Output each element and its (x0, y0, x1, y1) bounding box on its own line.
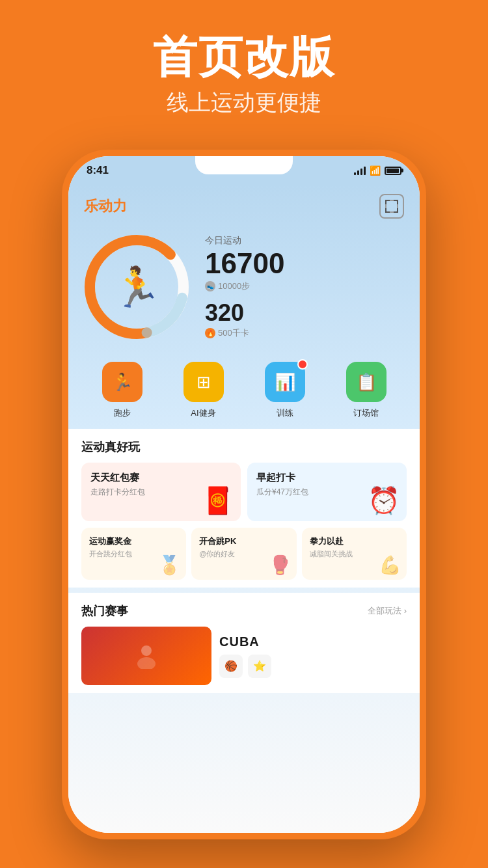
hot-event-actions: 🏀 ⭐ (219, 655, 271, 678)
activity-card-morning[interactable]: 早起打卡 瓜分¥47万红包 ⏰ (247, 463, 407, 521)
steps-icon: 👟 (205, 281, 215, 292)
action-training[interactable]: 📊 训练 (265, 362, 305, 419)
wifi-icon: 📶 (370, 165, 381, 176)
app-logo: 乐动力 (84, 197, 127, 216)
phone-outer-frame: 8:41 📶 乐动力 (62, 150, 426, 839)
ai-fitness-icon: ⊞ (183, 362, 224, 402)
hot-event-action-2[interactable]: ⭐ (248, 655, 271, 678)
action-venue[interactable]: 📋 订场馆 (346, 362, 386, 419)
ring-figure: 🏃 (113, 264, 161, 310)
steps-count: 16700 (205, 249, 407, 278)
activity-ring: 🏃 (81, 232, 192, 342)
hot-title: 热门赛事 (81, 603, 128, 619)
card-icon-1: 🧧 (202, 485, 234, 516)
page-subtitle: 线上运动更便捷 (0, 88, 488, 118)
battery-icon (385, 167, 401, 175)
action-ai-fitness[interactable]: ⊞ AI健身 (183, 362, 224, 419)
small-card-icon-3: 💪 (379, 554, 401, 576)
venue-icon: 📋 (346, 362, 386, 402)
calories-goal: 🔥 500千卡 (205, 327, 407, 339)
scan-button[interactable] (379, 194, 404, 219)
hot-event-info: CUBA 🏀 ⭐ (219, 634, 271, 678)
action-running[interactable]: 🏃 跑步 (102, 362, 142, 419)
hot-event-image (81, 627, 211, 685)
ai-fitness-label: AI健身 (191, 407, 215, 419)
status-icons: 📶 (354, 165, 401, 176)
stats-section: 🏃 今日运动 16700 👟 10000步 320 🔥 500千 (68, 225, 420, 355)
app-content: 乐动力 (68, 185, 420, 833)
activity-row3: 运动赢奖金 开合跳分红包 🏅 开合跳PK @你的好友 🥊 拳力以赴 减脂闯关挑战 (81, 528, 407, 580)
hot-event-action-1[interactable]: 🏀 (219, 655, 243, 678)
activity-grid: 天天红包赛 走路打卡分红包 🧧 早起打卡 瓜分¥47万红包 ⏰ (81, 463, 407, 521)
small-card-3[interactable]: 拳力以赴 减脂闯关挑战 💪 (302, 528, 407, 580)
steps-goal-text: 10000步 (218, 280, 250, 292)
card-icon-2: ⏰ (368, 485, 400, 516)
fun-section-title: 运动真好玩 (81, 439, 407, 455)
phone-inner-frame: 8:41 📶 乐动力 (68, 156, 420, 833)
training-icon: 📊 (265, 362, 305, 402)
svg-point-5 (137, 657, 156, 669)
small-card-2[interactable]: 开合跳PK @你的好友 🥊 (191, 528, 296, 580)
hot-event-img-bg (81, 627, 211, 685)
stats-label: 今日运动 (205, 235, 407, 247)
steps-goal: 👟 10000步 (205, 280, 407, 292)
activity-card-red-envelope[interactable]: 天天红包赛 走路打卡分红包 🧧 (81, 463, 241, 521)
small-card-icon-1: 🏅 (158, 554, 181, 576)
small-card-icon-2: 🥊 (269, 554, 291, 576)
small-card-1[interactable]: 运动赢奖金 开合跳分红包 🏅 (81, 528, 186, 580)
calories-count: 320 (205, 301, 407, 325)
hot-event-title: CUBA (219, 634, 271, 649)
hot-event-person-icon (120, 643, 172, 669)
scan-icon (385, 200, 398, 213)
hot-header: 热门赛事 全部玩法 › (81, 603, 407, 619)
status-time: 8:41 (87, 164, 109, 177)
hot-event-card[interactable]: CUBA 🏀 ⭐ (81, 627, 407, 685)
status-bar: 8:41 📶 (68, 156, 420, 185)
hot-section: 热门赛事 全部玩法 › (68, 593, 420, 693)
calories-goal-text: 500千卡 (218, 327, 249, 339)
page-title: 首页改版 (0, 33, 488, 81)
training-badge (297, 359, 308, 370)
training-label: 训练 (277, 407, 293, 419)
small-card-title-1: 运动赢奖金 (89, 536, 178, 547)
venue-label: 订场馆 (353, 407, 379, 419)
card-title-1: 天天红包赛 (90, 472, 232, 484)
hot-more-link[interactable]: 全部玩法 › (368, 605, 407, 617)
phone-mockup: 8:41 📶 乐动力 (62, 150, 426, 839)
app-header: 乐动力 (68, 185, 420, 225)
signal-icon (354, 166, 366, 175)
quick-actions: 🏃 跑步 ⊞ AI健身 📊 训练 (68, 355, 420, 429)
small-card-title-3: 拳力以赴 (310, 536, 399, 547)
svg-point-4 (141, 645, 152, 656)
card-title-2: 早起打卡 (256, 472, 398, 484)
fun-section: 运动真好玩 天天红包赛 走路打卡分红包 🧧 早起打卡 瓜分¥47万红包 ⏰ (68, 429, 420, 588)
small-card-title-2: 开合跳PK (199, 536, 288, 547)
notch (195, 156, 293, 174)
running-label: 跑步 (114, 407, 131, 419)
stats-text: 今日运动 16700 👟 10000步 320 🔥 500千卡 (205, 235, 407, 339)
header-section: 首页改版 线上运动更便捷 (0, 0, 488, 137)
running-icon: 🏃 (102, 362, 142, 402)
fire-icon: 🔥 (205, 328, 215, 338)
